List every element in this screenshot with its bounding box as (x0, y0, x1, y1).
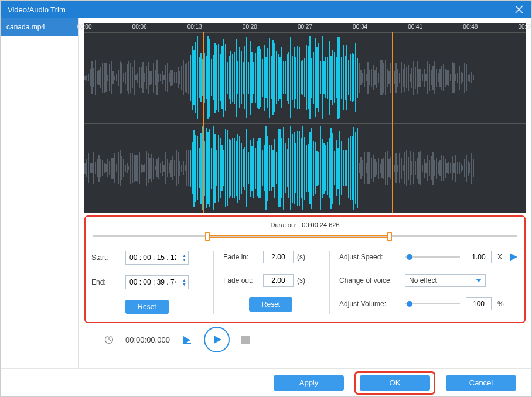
chevron-up-icon: ▲ (180, 254, 188, 258)
goto-start-icon[interactable] (182, 334, 192, 345)
voice-label: Change of voice: (339, 276, 399, 285)
playback-row: 00:00:00.000 (79, 323, 531, 356)
start-spinner[interactable]: ▲▼ (180, 254, 188, 262)
play-icon (212, 334, 223, 345)
fadeout-unit: (s) (297, 276, 305, 285)
fadein-label: Fade in: (223, 253, 260, 261)
speed-slider[interactable] (405, 253, 460, 261)
file-sidebar: canada.mp4 (1, 18, 79, 368)
sidebar-item-label: canada.mp4 (6, 23, 45, 31)
fadeout-label: Fade out: (223, 276, 260, 285)
end-label: End: (91, 278, 122, 286)
svg-rect-6 (183, 343, 191, 344)
chevron-down-icon: ▼ (180, 282, 188, 286)
body: canada.mp4 00:0000:0600:1300:2000:2700:3… (1, 18, 531, 368)
voice-select[interactable]: No effect (405, 274, 486, 287)
speed-input[interactable] (466, 251, 492, 263)
trim-handle-end[interactable] (387, 232, 392, 241)
footer: Apply OK Cancel (1, 368, 531, 396)
apply-button[interactable]: Apply (274, 375, 344, 391)
reset-time-button[interactable]: Reset (125, 300, 169, 314)
duration-row: Duration: 00:00:24.626 (91, 221, 519, 228)
main-panel: 00:0000:0600:1300:2000:2700:3400:4100:48… (79, 18, 531, 368)
cancel-button[interactable]: Cancel (446, 375, 516, 391)
ok-button[interactable]: OK (360, 375, 430, 391)
clock-icon (104, 335, 114, 344)
volume-slider[interactable] (405, 300, 460, 308)
waveform-area[interactable]: 00:0000:0600:1300:2000:2700:3400:4100:48… (84, 23, 526, 213)
ok-button-highlight: OK (354, 371, 435, 395)
start-input-field[interactable] (126, 254, 180, 262)
volume-label: Adjust Volume: (339, 300, 399, 308)
duration-value: 00:00:24.626 (302, 221, 339, 228)
svg-marker-7 (214, 336, 221, 344)
fadeout-input[interactable] (263, 274, 294, 287)
titlebar: Video/Audio Trim (1, 1, 531, 18)
svg-marker-5 (183, 336, 190, 344)
trim-range (207, 235, 390, 238)
window-title: Video/Audio Trim (8, 5, 66, 14)
window: Video/Audio Trim canada.mp4 00:0000:0600… (0, 0, 532, 397)
duration-label: Duration: (270, 221, 296, 228)
close-icon[interactable] (514, 4, 524, 15)
waveform-canvas (84, 32, 526, 213)
trim-slider[interactable] (93, 232, 517, 241)
start-input[interactable]: ▲▼ (125, 251, 189, 265)
chevron-up-icon: ▲ (180, 278, 188, 282)
fadein-input[interactable] (263, 251, 294, 263)
playhead-time: 00:00:00.000 (125, 336, 170, 344)
speed-label: Adjust Speed: (339, 253, 399, 261)
volume-input[interactable] (466, 297, 492, 310)
sidebar-item-file[interactable]: canada.mp4 (1, 18, 78, 36)
svg-marker-3 (476, 279, 482, 282)
trim-handle-start[interactable] (205, 232, 210, 241)
speed-x-label: X (497, 253, 502, 261)
preview-speed-play-icon[interactable] (508, 252, 519, 262)
end-spinner[interactable]: ▲▼ (180, 278, 188, 286)
start-label: Start: (91, 254, 122, 262)
reset-fade-button[interactable]: Reset (249, 297, 292, 312)
end-input-field[interactable] (126, 278, 180, 286)
dropdown-caret-icon (476, 278, 482, 283)
svg-marker-2 (510, 253, 517, 261)
volume-unit: % (497, 300, 504, 308)
voice-select-value: No effect (409, 276, 437, 285)
end-input[interactable]: ▲▼ (125, 275, 189, 289)
chevron-down-icon: ▼ (180, 258, 188, 262)
fadein-unit: (s) (297, 253, 305, 261)
stop-button[interactable] (241, 336, 250, 344)
controls-group: Duration: 00:00:24.626 Start: (84, 215, 526, 323)
play-button[interactable] (204, 327, 230, 352)
time-ruler: 00:0000:0600:1300:2000:2700:3400:4100:48… (84, 23, 526, 32)
